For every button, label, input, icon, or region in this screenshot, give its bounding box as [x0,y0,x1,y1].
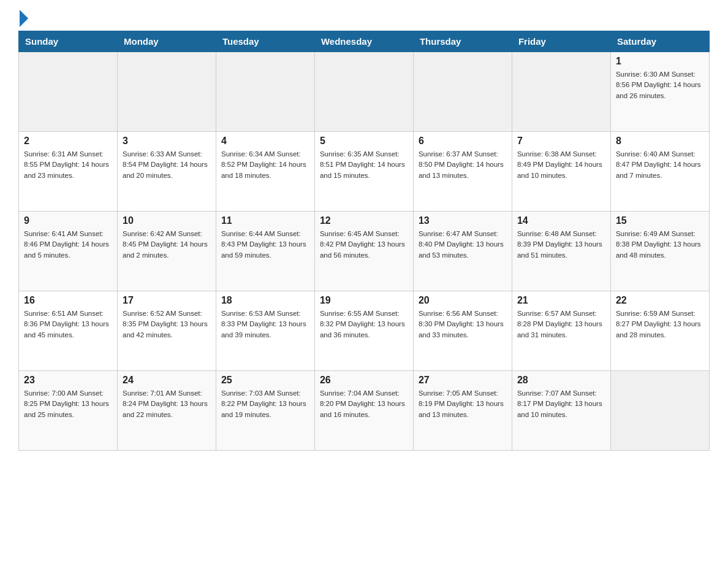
calendar-cell: 7Sunrise: 6:38 AM Sunset: 8:49 PM Daylig… [512,132,610,212]
calendar-cell: 9Sunrise: 6:41 AM Sunset: 8:46 PM Daylig… [19,212,118,291]
day-info: Sunrise: 6:52 AM Sunset: 8:35 PM Dayligh… [123,308,211,340]
day-number: 14 [517,215,605,226]
calendar-week-4: 16Sunrise: 6:51 AM Sunset: 8:36 PM Dayli… [19,291,710,371]
calendar-week-5: 23Sunrise: 7:00 AM Sunset: 8:25 PM Dayli… [19,371,710,451]
day-number: 21 [517,295,605,306]
day-info: Sunrise: 6:57 AM Sunset: 8:28 PM Dayligh… [517,308,605,340]
calendar-cell: 27Sunrise: 7:05 AM Sunset: 8:19 PM Dayli… [413,371,512,451]
day-number: 24 [123,375,211,386]
day-number: 20 [419,295,507,306]
day-info: Sunrise: 6:48 AM Sunset: 8:39 PM Dayligh… [517,229,605,261]
day-number: 12 [320,215,408,226]
day-number: 25 [221,375,309,386]
day-info: Sunrise: 6:55 AM Sunset: 8:32 PM Dayligh… [320,308,408,340]
day-number: 17 [123,295,211,306]
column-header-sunday: Sunday [19,31,118,52]
day-number: 16 [24,295,112,306]
day-number: 1 [616,56,704,67]
calendar-cell [314,52,413,132]
calendar-cell: 23Sunrise: 7:00 AM Sunset: 8:25 PM Dayli… [19,371,118,451]
calendar-cell: 4Sunrise: 6:34 AM Sunset: 8:52 PM Daylig… [216,132,314,212]
calendar-cell [19,52,118,132]
day-info: Sunrise: 6:31 AM Sunset: 8:55 PM Dayligh… [24,149,112,181]
calendar-cell: 28Sunrise: 7:07 AM Sunset: 8:17 PM Dayli… [512,371,610,451]
day-info: Sunrise: 6:35 AM Sunset: 8:51 PM Dayligh… [320,149,408,181]
calendar-week-3: 9Sunrise: 6:41 AM Sunset: 8:46 PM Daylig… [19,212,710,291]
day-info: Sunrise: 6:40 AM Sunset: 8:47 PM Dayligh… [616,149,704,181]
calendar-cell: 11Sunrise: 6:44 AM Sunset: 8:43 PM Dayli… [216,212,314,291]
calendar-week-2: 2Sunrise: 6:31 AM Sunset: 8:55 PM Daylig… [19,132,710,212]
day-info: Sunrise: 6:59 AM Sunset: 8:27 PM Dayligh… [616,308,704,340]
calendar-cell: 18Sunrise: 6:53 AM Sunset: 8:33 PM Dayli… [216,291,314,371]
day-number: 26 [320,375,408,386]
day-number: 2 [24,136,112,147]
column-header-saturday: Saturday [610,31,709,52]
calendar-cell: 20Sunrise: 6:56 AM Sunset: 8:30 PM Dayli… [413,291,512,371]
column-header-monday: Monday [117,31,216,52]
calendar-cell: 1Sunrise: 6:30 AM Sunset: 8:56 PM Daylig… [610,52,709,132]
day-number: 27 [419,375,507,386]
day-info: Sunrise: 7:05 AM Sunset: 8:19 PM Dayligh… [419,388,507,420]
day-number: 7 [517,136,605,147]
day-number: 4 [221,136,309,147]
column-header-tuesday: Tuesday [216,31,314,52]
calendar-cell: 13Sunrise: 6:47 AM Sunset: 8:40 PM Dayli… [413,212,512,291]
calendar-cell: 24Sunrise: 7:01 AM Sunset: 8:24 PM Dayli… [117,371,216,451]
day-info: Sunrise: 6:37 AM Sunset: 8:50 PM Dayligh… [419,149,507,181]
day-info: Sunrise: 6:30 AM Sunset: 8:56 PM Dayligh… [616,69,704,101]
calendar-cell: 25Sunrise: 7:03 AM Sunset: 8:22 PM Dayli… [216,371,314,451]
day-info: Sunrise: 7:03 AM Sunset: 8:22 PM Dayligh… [221,388,309,420]
column-header-thursday: Thursday [413,31,512,52]
day-info: Sunrise: 6:42 AM Sunset: 8:45 PM Dayligh… [123,229,211,261]
day-number: 19 [320,295,408,306]
day-info: Sunrise: 7:01 AM Sunset: 8:24 PM Dayligh… [123,388,211,420]
calendar-cell: 10Sunrise: 6:42 AM Sunset: 8:45 PM Dayli… [117,212,216,291]
day-number: 28 [517,375,605,386]
day-info: Sunrise: 6:41 AM Sunset: 8:46 PM Dayligh… [24,229,112,261]
day-info: Sunrise: 6:44 AM Sunset: 8:43 PM Dayligh… [221,229,309,261]
day-number: 22 [616,295,704,306]
calendar-cell: 3Sunrise: 6:33 AM Sunset: 8:54 PM Daylig… [117,132,216,212]
calendar-cell: 19Sunrise: 6:55 AM Sunset: 8:32 PM Dayli… [314,291,413,371]
day-number: 8 [616,136,704,147]
calendar-table: SundayMondayTuesdayWednesdayThursdayFrid… [18,31,710,451]
day-info: Sunrise: 7:04 AM Sunset: 8:20 PM Dayligh… [320,388,408,420]
calendar-cell: 21Sunrise: 6:57 AM Sunset: 8:28 PM Dayli… [512,291,610,371]
calendar-cell: 6Sunrise: 6:37 AM Sunset: 8:50 PM Daylig… [413,132,512,212]
day-info: Sunrise: 6:51 AM Sunset: 8:36 PM Dayligh… [24,308,112,340]
header-row: SundayMondayTuesdayWednesdayThursdayFrid… [19,31,710,52]
day-number: 15 [616,215,704,226]
day-info: Sunrise: 6:45 AM Sunset: 8:42 PM Dayligh… [320,229,408,261]
day-number: 6 [419,136,507,147]
calendar-cell: 17Sunrise: 6:52 AM Sunset: 8:35 PM Dayli… [117,291,216,371]
calendar-cell: 2Sunrise: 6:31 AM Sunset: 8:55 PM Daylig… [19,132,118,212]
column-header-friday: Friday [512,31,610,52]
day-number: 9 [24,215,112,226]
calendar-week-1: 1Sunrise: 6:30 AM Sunset: 8:56 PM Daylig… [19,52,710,132]
calendar-cell: 12Sunrise: 6:45 AM Sunset: 8:42 PM Dayli… [314,212,413,291]
calendar-cell: 14Sunrise: 6:48 AM Sunset: 8:39 PM Dayli… [512,212,610,291]
day-info: Sunrise: 6:33 AM Sunset: 8:54 PM Dayligh… [123,149,211,181]
calendar-cell: 16Sunrise: 6:51 AM Sunset: 8:36 PM Dayli… [19,291,118,371]
calendar-cell: 5Sunrise: 6:35 AM Sunset: 8:51 PM Daylig… [314,132,413,212]
day-number: 23 [24,375,112,386]
page-header [18,12,710,25]
calendar-cell: 22Sunrise: 6:59 AM Sunset: 8:27 PM Dayli… [610,291,709,371]
day-number: 3 [123,136,211,147]
logo-arrow-icon [20,10,28,27]
day-number: 5 [320,136,408,147]
day-info: Sunrise: 7:00 AM Sunset: 8:25 PM Dayligh… [24,388,112,420]
calendar-cell [413,52,512,132]
day-info: Sunrise: 6:34 AM Sunset: 8:52 PM Dayligh… [221,149,309,181]
column-header-wednesday: Wednesday [314,31,413,52]
day-number: 11 [221,215,309,226]
day-number: 10 [123,215,211,226]
day-number: 18 [221,295,309,306]
calendar-cell [216,52,314,132]
calendar-cell: 15Sunrise: 6:49 AM Sunset: 8:38 PM Dayli… [610,212,709,291]
day-info: Sunrise: 6:53 AM Sunset: 8:33 PM Dayligh… [221,308,309,340]
calendar-cell: 8Sunrise: 6:40 AM Sunset: 8:47 PM Daylig… [610,132,709,212]
day-info: Sunrise: 6:47 AM Sunset: 8:40 PM Dayligh… [419,229,507,261]
logo [18,18,28,25]
day-info: Sunrise: 6:38 AM Sunset: 8:49 PM Dayligh… [517,149,605,181]
